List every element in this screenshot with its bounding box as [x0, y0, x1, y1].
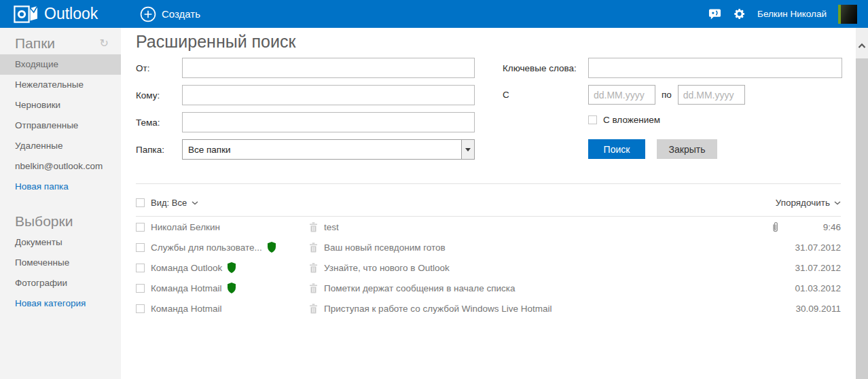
message-sender: Николай Белкин	[151, 222, 220, 232]
new-folder-link[interactable]: Новая папка	[0, 177, 121, 197]
message-subject: test	[324, 222, 339, 232]
message-row[interactable]: Службы для пользовате...	[121, 237, 856, 257]
outlook-logo-icon	[14, 4, 38, 24]
message-row[interactable]: Николай Белкин	[121, 217, 856, 237]
keywords-label: Ключевые слова:	[503, 63, 588, 73]
message-row[interactable]: Команда Outlook	[121, 257, 856, 278]
attachment-row: С вложением	[588, 115, 660, 125]
folder-label: Нежелательные	[15, 79, 84, 90]
outlook-app: Outlook Создать Белкин Ник	[0, 0, 868, 379]
sidebar-folder-item[interactable]: nbelkin@outlook.com	[0, 156, 121, 177]
select-all-checkbox[interactable]	[136, 198, 145, 207]
message-date: 9:46	[791, 222, 841, 232]
sort-dropdown[interactable]: Упорядочить	[776, 198, 841, 208]
sidebar-view-item[interactable]: Документы	[0, 232, 121, 253]
message-meta: 31.07.2012	[791, 242, 841, 253]
user-name[interactable]: Белкин Николай	[757, 9, 827, 19]
message-sender: Команда Outlook	[151, 263, 222, 273]
message-checkbox[interactable]	[136, 264, 145, 272]
message-checkbox[interactable]	[136, 284, 145, 293]
message-meta: 31.07.2012	[791, 263, 841, 273]
keywords-row: Ключевые слова:	[503, 58, 842, 78]
plus-circle-icon	[140, 6, 156, 22]
to-input[interactable]	[182, 85, 475, 105]
view-label: Фотографии	[15, 278, 67, 288]
sidebar-folder-item[interactable]: Черновики	[0, 95, 121, 115]
message-date: 01.03.2012	[791, 283, 841, 293]
scroll-up-icon[interactable]	[858, 43, 866, 49]
trash-icon[interactable]	[309, 222, 318, 232]
attachment-checkbox[interactable]	[588, 115, 597, 124]
create-button[interactable]: Создать	[140, 0, 200, 28]
trash-icon[interactable]	[309, 304, 318, 314]
user-avatar[interactable]	[838, 5, 857, 24]
sender-cell: Команда Outlook	[151, 262, 309, 273]
dropdown-arrow-icon[interactable]	[461, 140, 474, 159]
views-heading-row: Выборки	[15, 213, 109, 230]
search-button[interactable]: Поиск	[588, 139, 645, 159]
refresh-icon[interactable]: ↻	[100, 38, 109, 49]
from-label: От:	[136, 63, 182, 73]
vertical-scrollbar[interactable]	[856, 28, 868, 379]
message-meta: 01.03.2012	[791, 283, 841, 293]
top-bar: Outlook Создать Белкин Ник	[0, 0, 868, 28]
sidebar-folder-item[interactable]: Нежелательные	[0, 75, 121, 95]
sidebar-view-item[interactable]: Фотографии	[0, 273, 121, 293]
message-checkbox[interactable]	[136, 243, 145, 252]
sidebar-folder-item[interactable]: Удаленные	[0, 136, 121, 156]
folder-label: nbelkin@outlook.com	[15, 161, 103, 171]
views-heading: Выборки	[15, 213, 73, 230]
gear-icon[interactable]	[733, 7, 746, 20]
date-range-row: С по	[503, 85, 745, 105]
trash-icon[interactable]	[309, 283, 318, 293]
message-subject: Узнайте, что нового в Outlook	[324, 263, 450, 273]
form-buttons: Поиск Закрыть	[588, 139, 717, 159]
message-subject: Ваш новый псевдоним готов	[324, 242, 446, 253]
sidebar-folder-item[interactable]: Входящие	[0, 54, 121, 75]
message-meta: 30.09.2011	[791, 304, 841, 314]
message-subject: Пометки держат сообщения в начале списка	[324, 283, 516, 293]
folder-row: Папка: Все папки	[136, 139, 475, 160]
brand-name: Outlook	[44, 5, 98, 23]
sender-cell: Службы для пользовате...	[151, 242, 309, 253]
folder-select-value: Все папки	[183, 140, 461, 159]
outlook-logo[interactable]: Outlook	[14, 0, 98, 28]
subject-input[interactable]	[182, 112, 475, 132]
chevron-down-icon	[834, 201, 841, 205]
create-label: Создать	[162, 8, 200, 20]
date-to-input[interactable]	[678, 85, 745, 105]
to-label: Кому:	[136, 90, 182, 101]
shield-icon	[267, 242, 276, 253]
sidebar-folder-item[interactable]: Отправленные	[0, 115, 121, 136]
main-content: Расширенный поиск От: Кому: Тема: Папка:…	[121, 28, 856, 379]
new-category-link[interactable]: Новая категория	[0, 293, 121, 314]
sender-cell: Николай Белкин	[151, 222, 309, 232]
message-list: Николай Белкин	[121, 217, 856, 319]
message-checkbox[interactable]	[136, 223, 145, 232]
message-meta: 9:46	[771, 221, 841, 233]
close-button[interactable]: Закрыть	[657, 139, 717, 159]
from-row: От:	[136, 58, 475, 78]
message-checkbox[interactable]	[136, 304, 145, 313]
subject-row: Тема:	[136, 112, 475, 132]
shield-icon	[227, 283, 236, 293]
sidebar: Папки ↻ Входящие Нежелательные Черновики…	[0, 28, 121, 379]
folder-label: Удаленные	[15, 141, 62, 151]
from-input[interactable]	[182, 58, 475, 78]
messenger-icon[interactable]	[708, 8, 721, 20]
message-row[interactable]: Команда Hotmail	[121, 298, 856, 319]
paperclip-icon	[771, 221, 780, 233]
view-filter-dropdown[interactable]: Вид: Все	[151, 198, 198, 208]
date-from-input[interactable]	[588, 85, 655, 105]
keywords-input[interactable]	[588, 58, 842, 78]
views-list: Документы Помеченные Фотографии Новая ка…	[0, 232, 121, 314]
trash-icon[interactable]	[309, 263, 318, 273]
sidebar-view-item[interactable]: Помеченные	[0, 253, 121, 273]
view-label: Документы	[15, 237, 62, 247]
folder-select[interactable]: Все папки	[182, 139, 475, 160]
sender-cell: Команда Hotmail	[151, 283, 309, 293]
message-row[interactable]: Команда Hotmail	[121, 278, 856, 298]
trash-icon[interactable]	[309, 242, 318, 253]
folders-heading: Папки	[15, 35, 55, 52]
scrollbar-thumb[interactable]	[856, 58, 868, 379]
